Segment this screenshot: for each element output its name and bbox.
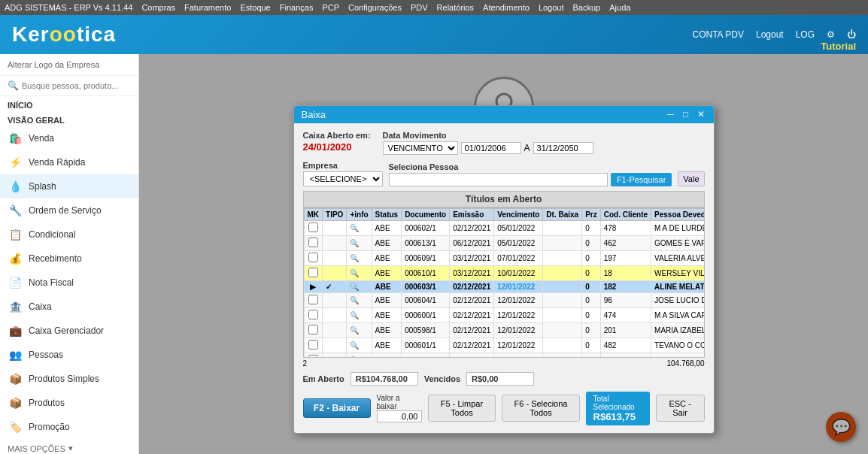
menu-configuracoes[interactable]: Configurações [348, 3, 402, 12]
cell-info[interactable]: 🔍 [347, 307, 372, 322]
table-row[interactable]: ▶ ✓ 🔍 ABE 000603/1 02/12/2021 12/01/2022… [304, 280, 705, 292]
data-ate-input[interactable] [533, 142, 593, 154]
data-de-input[interactable] [461, 142, 521, 154]
sidebar-item-nota-fiscal[interactable]: 📄 Nota Fiscal [0, 271, 138, 295]
sidebar-item-venda[interactable]: 🛍️ Venda [0, 126, 138, 150]
sidebar-item-pessoas[interactable]: 👥 Pessoas [0, 343, 138, 367]
cell-vencimento: 12/01/2022 [494, 322, 543, 337]
sidebar-item-produtos[interactable]: 📦 Produtos [0, 391, 138, 415]
menu-pcp[interactable]: PCP [322, 3, 339, 12]
col-prz: Prz [582, 208, 601, 220]
sidebar-item-ordem-servico[interactable]: 🔧 Ordem de Serviço [0, 198, 138, 222]
modal-controls[interactable]: ─ □ ✕ [666, 109, 706, 120]
menu-atendimento[interactable]: Atendimento [483, 3, 530, 12]
sidebar-search-area[interactable]: 🔍 [0, 76, 138, 96]
sidebar-item-caixa-gerenciador[interactable]: 💼 Caixa Gerenciador [0, 319, 138, 343]
table-row[interactable]: 🔍 ABE 000600/1 02/12/2021 12/01/2022 0 4… [304, 307, 705, 322]
sidebar-item-condicional[interactable]: 📋 Condicional [0, 222, 138, 247]
cell-info[interactable]: 🔍 [347, 265, 372, 280]
cell-cod: 96 [600, 292, 651, 307]
conta-pdv[interactable]: CONTA PDV [692, 29, 743, 40]
cell-info[interactable]: 🔍 [347, 280, 372, 292]
cell-info[interactable]: 🔍 [347, 322, 372, 337]
app-title: ADG SISTEMAS - ERP Vs 4.11.44 [5, 3, 132, 12]
close-icon[interactable]: ✕ [696, 109, 706, 120]
baixar-button[interactable]: F2 - Baixar [303, 398, 371, 418]
table-row[interactable]: 🔍 ABE 000604/1 02/12/2021 12/01/2022 0 9… [304, 292, 705, 307]
table-row[interactable]: 🔍 ABE 000601/1 02/12/2021 12/01/2022 0 4… [304, 337, 705, 353]
sidebar-logo-alt: Alterar Logo da Empresa [8, 60, 99, 69]
menu-compras[interactable]: Compras [141, 3, 175, 12]
minimize-icon[interactable]: ─ [666, 109, 676, 120]
table-row[interactable]: 🔍 ABE 000598/1 02/12/2021 12/01/2022 0 2… [304, 322, 705, 337]
titulos-table-container[interactable]: MK TIPO +info Status Documento Emissão V… [303, 207, 705, 358]
menu-financas[interactable]: Finanças [280, 3, 314, 12]
cell-emissao: 02/12/2021 [450, 337, 494, 353]
gear-icon[interactable]: ⚙ [827, 29, 835, 40]
cell-doc: 000603/1 [402, 280, 450, 292]
cell-vencimento: 12/01/2022 [494, 353, 543, 358]
table-row[interactable]: 🔍 ABE 000602/1 02/12/2021 05/01/2022 0 4… [304, 220, 705, 235]
header: Kerootica CONTA PDV Logout LOG ⚙ ⏻ [0, 15, 868, 54]
baixa-modal: Baixa ─ □ ✕ Caixa Aberto em: 24/01/2020 … [293, 105, 715, 434]
tutorial-link[interactable]: Tutorial [821, 41, 856, 52]
cell-dt-baixa [543, 220, 582, 235]
cell-pessoa: VALERIA ALVES STEIN CA [651, 250, 705, 265]
sidebar-item-label-venda-rapida: Venda Rápida [29, 157, 85, 168]
menu-backup[interactable]: Backup [573, 3, 601, 12]
empresa-select[interactable]: <SELECIONE> [303, 171, 383, 186]
cell-info[interactable]: 🔍 [347, 292, 372, 307]
cell-prz: 0 [582, 220, 601, 235]
sidebar-item-caixa[interactable]: 🏦 Caixa [0, 295, 138, 319]
col-documento: Documento [402, 208, 450, 220]
table-row[interactable]: 🔍 ABE 000610/1 03/12/2021 10/01/2022 0 1… [304, 265, 705, 280]
logo-tica: tica [77, 23, 116, 46]
logout-btn[interactable]: Logout [756, 29, 784, 40]
table-row[interactable]: 🔍 ABE 000623/1 07/12/2021 12/01/2022 0 4… [304, 353, 705, 358]
cell-info[interactable]: 🔍 [347, 250, 372, 265]
tipo-movimento-select[interactable]: VENCIMENTO [383, 141, 458, 155]
pesquisar-button[interactable]: F1-Pesquisar [611, 173, 672, 186]
cell-info[interactable]: 🔍 [347, 353, 372, 358]
cell-cod: 462 [600, 235, 651, 250]
menu-pdv[interactable]: PDV [411, 3, 428, 12]
cell-status: ABE [372, 280, 402, 292]
sidebar-item-produtos-simples[interactable]: 📦 Produtos Simples [0, 367, 138, 391]
vencidos-value: R$0,00 [466, 372, 534, 386]
cell-info[interactable]: 🔍 [347, 220, 372, 235]
pessoa-search-input[interactable] [389, 173, 608, 186]
sair-button[interactable]: ESC - Sair [656, 395, 705, 422]
cell-info[interactable]: 🔍 [347, 337, 372, 353]
cell-status: ABE [372, 322, 402, 337]
col-dt-baixa: Dt. Baixa [543, 208, 582, 220]
sidebar-item-splash[interactable]: 💧 Splash [0, 174, 138, 198]
cell-mk [304, 353, 323, 358]
seleciona-todos-button[interactable]: F6 - Seleciona Todos [502, 395, 579, 422]
menu-logout[interactable]: Logout [539, 3, 564, 12]
table-row[interactable]: 🔍 ABE 000609/1 03/12/2021 07/01/2022 0 1… [304, 250, 705, 265]
log-btn[interactable]: LOG [796, 29, 815, 40]
cell-info[interactable]: 🔍 [347, 235, 372, 250]
menu-relatorios[interactable]: Relatórios [437, 3, 475, 12]
valor-baixar-input[interactable] [377, 410, 422, 422]
table-row[interactable]: 🔍 ABE 000613/1 06/12/2021 05/01/2022 0 4… [304, 235, 705, 250]
sidebar-item-venda-rapida[interactable]: ⚡ Venda Rápida [0, 150, 138, 174]
power-icon[interactable]: ⏻ [847, 29, 856, 40]
search-icon: 🔍 [8, 80, 19, 91]
limpar-todos-button[interactable]: F5 - Limpar Todos [428, 395, 496, 422]
valor-baixar-group: Valor a baixar [377, 394, 422, 422]
vale-button[interactable]: Vale [678, 171, 704, 186]
action-row: F2 - Baixar Valor a baixar F5 - Limpar T… [303, 392, 705, 425]
cell-dt-baixa [543, 265, 582, 280]
data-movimento-inputs[interactable]: VENCIMENTO A [383, 141, 593, 155]
sidebar-item-promocao[interactable]: 🏷️ Promoção [0, 415, 138, 439]
menu-estoque[interactable]: Estoque [240, 3, 270, 12]
cell-mk: ▶ [304, 280, 323, 292]
menu-ajuda[interactable]: Ajuda [609, 3, 630, 12]
promocao-icon: 🏷️ [8, 419, 23, 434]
maximize-icon[interactable]: □ [681, 109, 691, 120]
sidebar-item-recebimento[interactable]: 💰 Recebimento [0, 247, 138, 271]
search-input[interactable] [22, 81, 127, 90]
sidebar-more-options[interactable]: MAIS OPÇÕES ▾ [0, 439, 138, 454]
menu-faturamento[interactable]: Faturamento [184, 3, 231, 12]
